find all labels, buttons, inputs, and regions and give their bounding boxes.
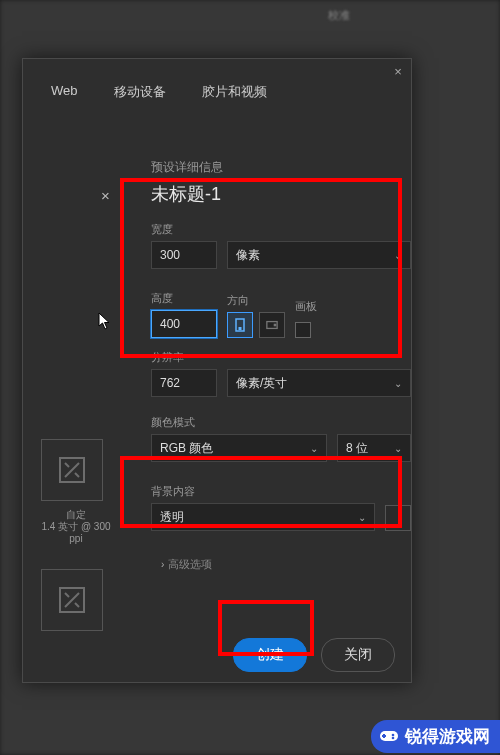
annotation-highlight bbox=[218, 600, 314, 656]
chevron-down-icon: ⌄ bbox=[394, 378, 402, 389]
preset-caption-line2: 1.4 英寸 @ 300 ppi bbox=[41, 521, 111, 545]
color-mode-value: RGB 颜色 bbox=[160, 440, 213, 457]
svg-point-9 bbox=[392, 734, 395, 737]
cursor-icon bbox=[98, 312, 112, 330]
watermark-badge: 锐得游戏网 bbox=[371, 720, 500, 753]
preset-icon bbox=[57, 455, 87, 485]
watermark-text: 锐得游戏网 bbox=[405, 727, 490, 746]
svg-point-10 bbox=[392, 737, 395, 740]
dialog-close-icon[interactable]: × bbox=[391, 65, 405, 79]
bg-panel-title: 校准 bbox=[328, 8, 350, 23]
dialog-tabs: Web 移动设备 胶片和视频 bbox=[23, 59, 411, 111]
tab-mobile[interactable]: 移动设备 bbox=[114, 83, 166, 101]
advanced-options-label: 高级选项 bbox=[168, 557, 212, 572]
resolution-unit-value: 像素/英寸 bbox=[236, 375, 287, 392]
annotation-highlight bbox=[120, 456, 402, 528]
gamepad-icon bbox=[379, 725, 399, 745]
color-mode-label: 颜色模式 bbox=[151, 415, 411, 430]
preset-item[interactable] bbox=[41, 569, 103, 631]
color-depth-value: 8 位 bbox=[346, 440, 368, 457]
close-button[interactable]: 关闭 bbox=[321, 638, 395, 672]
tab-web[interactable]: Web bbox=[51, 83, 78, 101]
annotation-highlight bbox=[120, 178, 402, 358]
preset-icon bbox=[57, 585, 87, 615]
tab-film-video[interactable]: 胶片和视频 bbox=[202, 83, 267, 101]
preset-close-icon[interactable]: × bbox=[101, 187, 110, 204]
chevron-right-icon: › bbox=[161, 559, 164, 570]
advanced-options-toggle[interactable]: › 高级选项 bbox=[151, 557, 411, 572]
resolution-input[interactable] bbox=[151, 369, 217, 397]
preset-info-label: 预设详细信息 bbox=[151, 159, 411, 176]
new-document-dialog: × Web 移动设备 胶片和视频 × 预设详细信息 未标题-1 宽度 像素 ⌄ … bbox=[22, 58, 412, 683]
svg-rect-8 bbox=[382, 735, 386, 737]
preset-caption-line1: 自定 bbox=[41, 509, 111, 521]
preset-list: 自定 1.4 英寸 @ 300 ppi bbox=[41, 439, 111, 639]
preset-item[interactable] bbox=[41, 439, 103, 501]
resolution-unit-select[interactable]: 像素/英寸 ⌄ bbox=[227, 369, 411, 397]
chevron-down-icon: ⌄ bbox=[310, 443, 318, 454]
chevron-down-icon: ⌄ bbox=[394, 443, 402, 454]
